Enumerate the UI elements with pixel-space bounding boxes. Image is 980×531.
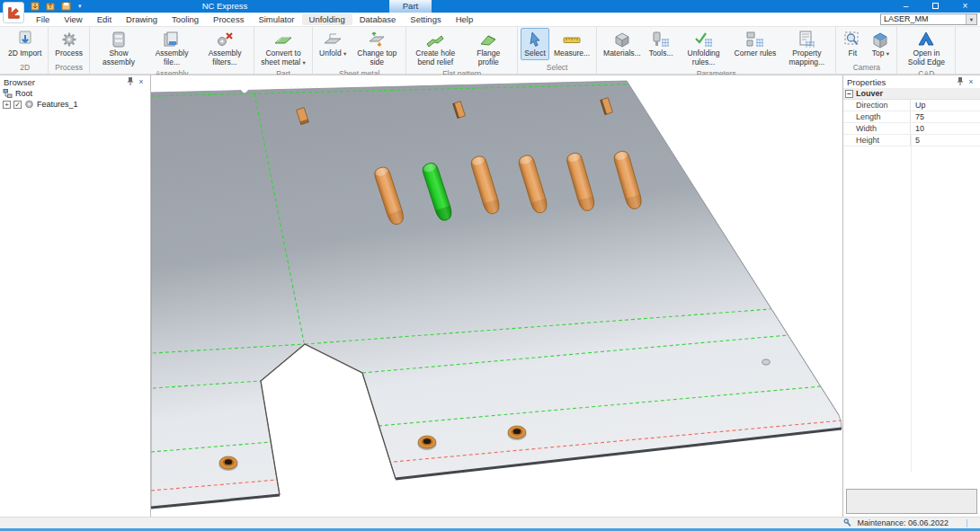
property-name[interactable]: Width xyxy=(843,123,911,134)
2d-import-icon xyxy=(15,30,35,49)
tools-icon xyxy=(651,30,671,49)
unfolding-rules-icon xyxy=(694,30,714,49)
menu-process[interactable]: Process xyxy=(206,13,251,25)
menu-settings[interactable]: Settings xyxy=(403,13,448,25)
property-group-louver[interactable]: − Louver xyxy=(843,88,980,100)
maintenance-wrench-icon xyxy=(843,518,851,527)
menu-simulator[interactable]: Simulator xyxy=(251,13,301,25)
property-name[interactable]: Length xyxy=(843,111,911,122)
nc-express-logo-icon xyxy=(5,4,22,21)
assembly-filters-icon xyxy=(215,30,235,49)
show-assembly-button[interactable]: Show assembly xyxy=(93,28,145,68)
app-logo[interactable] xyxy=(3,2,24,23)
property-value[interactable]: 75 xyxy=(911,111,980,122)
machine-selector-combo[interactable]: LASER_MM ▾ xyxy=(880,13,977,25)
boss-1[interactable] xyxy=(219,456,238,471)
menu-drawing[interactable]: Drawing xyxy=(119,13,165,25)
top-view-cube-icon xyxy=(870,30,890,49)
property-value[interactable]: 10 xyxy=(911,123,980,134)
unfolding-rules-button[interactable]: Unfolding rules... xyxy=(678,28,730,68)
document-tab-part[interactable]: Part xyxy=(389,0,432,13)
bend-relief-icon xyxy=(425,30,445,49)
browser-panel-header: Browser × xyxy=(0,75,150,88)
minimize-button[interactable]: – xyxy=(891,0,921,13)
boss-3[interactable] xyxy=(508,426,527,440)
property-value[interactable]: 5 xyxy=(911,135,980,146)
close-icon[interactable]: × xyxy=(966,76,976,87)
process-gear-icon xyxy=(59,30,79,49)
statusbar-divider xyxy=(967,519,967,527)
menu-view[interactable]: View xyxy=(57,13,89,25)
dropdown-arrow-icon: ▾ xyxy=(886,50,889,57)
quick-access-toolbar: ▾ xyxy=(30,1,82,12)
boss-2[interactable] xyxy=(418,436,437,450)
property-mapping-button[interactable]: Property mapping... xyxy=(780,28,833,68)
group-label-select: Select xyxy=(521,62,593,74)
menu-edit[interactable]: Edit xyxy=(90,13,119,25)
menu-unfolding[interactable]: Unfolding xyxy=(302,13,352,25)
property-group-label: Louver xyxy=(856,89,883,98)
tree-checkbox[interactable]: ✓ xyxy=(13,101,22,109)
tree-expander-icon[interactable]: + xyxy=(3,101,11,109)
tree-item-root[interactable]: Root xyxy=(0,88,150,99)
pin-icon[interactable] xyxy=(125,76,136,88)
ribbon-group-parameters: Materials... Tools... Unfolding rules...… xyxy=(597,27,836,74)
group-label-2d: 2D xyxy=(4,62,45,74)
property-row-direction: Direction Up xyxy=(843,100,980,111)
flange-profile-icon xyxy=(478,30,498,49)
qat-export-icon[interactable] xyxy=(45,1,57,12)
maximize-button[interactable] xyxy=(921,0,950,13)
dropdown-arrow-icon: ▾ xyxy=(343,50,346,57)
combo-dropdown-icon[interactable]: ▾ xyxy=(966,14,976,24)
close-icon[interactable]: × xyxy=(136,76,147,87)
tools-button[interactable]: Tools... xyxy=(646,28,677,60)
measure-button[interactable]: Measure... xyxy=(550,28,593,60)
group-label-process: Process xyxy=(51,62,86,74)
create-hole-bend-relief-button[interactable]: Create hole bend relief xyxy=(409,28,461,68)
property-name[interactable]: Height xyxy=(843,135,911,146)
change-top-side-button[interactable]: Change top side xyxy=(351,28,403,68)
fit-button[interactable]: Fit xyxy=(839,28,866,60)
window-title: NC Express xyxy=(135,0,315,13)
collapse-icon[interactable]: − xyxy=(845,90,853,98)
close-button[interactable]: × xyxy=(950,0,980,13)
assembly-file-button[interactable]: Assembly file... xyxy=(146,28,198,68)
process-button[interactable]: Process xyxy=(51,28,86,60)
properties-panel-title: Properties xyxy=(847,77,955,87)
viewport-container xyxy=(151,75,842,517)
properties-panel-header: Properties × xyxy=(843,75,980,88)
convert-to-sheet-metal-button[interactable]: Convert to sheet metal ▾ xyxy=(257,28,309,68)
qat-caret-icon[interactable]: ▾ xyxy=(78,3,82,10)
property-value[interactable]: Up xyxy=(911,100,980,111)
menu-help[interactable]: Help xyxy=(449,13,481,25)
2d-import-button[interactable]: 2D Import xyxy=(4,28,45,60)
ribbon-group-2d: 2D Import 2D xyxy=(2,27,49,74)
menu-file[interactable]: File xyxy=(29,13,57,25)
pin-icon[interactable] xyxy=(955,76,966,88)
qat-import-icon[interactable] xyxy=(30,1,41,12)
unfold-icon xyxy=(323,30,343,49)
select-cursor-icon xyxy=(525,30,545,49)
property-name[interactable]: Direction xyxy=(843,100,911,111)
tree-item-label: Root xyxy=(15,89,32,98)
flange-profile-button[interactable]: Flange profile xyxy=(462,28,514,68)
viewport-3d[interactable] xyxy=(151,75,842,517)
browser-panel-title: Browser xyxy=(4,77,125,87)
materials-icon xyxy=(612,30,632,49)
corner-rules-button[interactable]: Corner rules xyxy=(731,28,780,60)
tree-item-label: Features_1 xyxy=(37,100,78,109)
dropdown-arrow-icon: ▾ xyxy=(303,59,306,66)
materials-button[interactable]: Materials... xyxy=(600,28,645,60)
hole[interactable] xyxy=(762,359,770,365)
tree-item-features[interactable]: + ✓ Features_1 xyxy=(0,99,150,110)
assembly-filters-button[interactable]: Assembly filters... xyxy=(199,28,251,68)
change-top-side-icon xyxy=(367,30,387,49)
menu-database[interactable]: Database xyxy=(352,13,404,25)
menu-tooling[interactable]: Tooling xyxy=(165,13,206,25)
top-view-button[interactable]: Top ▾ xyxy=(867,28,894,60)
select-button[interactable]: Select xyxy=(521,28,549,60)
open-in-solid-edge-button[interactable]: Open in Solid Edge xyxy=(900,28,952,68)
status-bar: Maintenance: 06.06.2022 xyxy=(0,517,980,528)
qat-save-icon[interactable] xyxy=(60,1,72,12)
unfold-button[interactable]: Unfold ▾ xyxy=(316,28,350,60)
